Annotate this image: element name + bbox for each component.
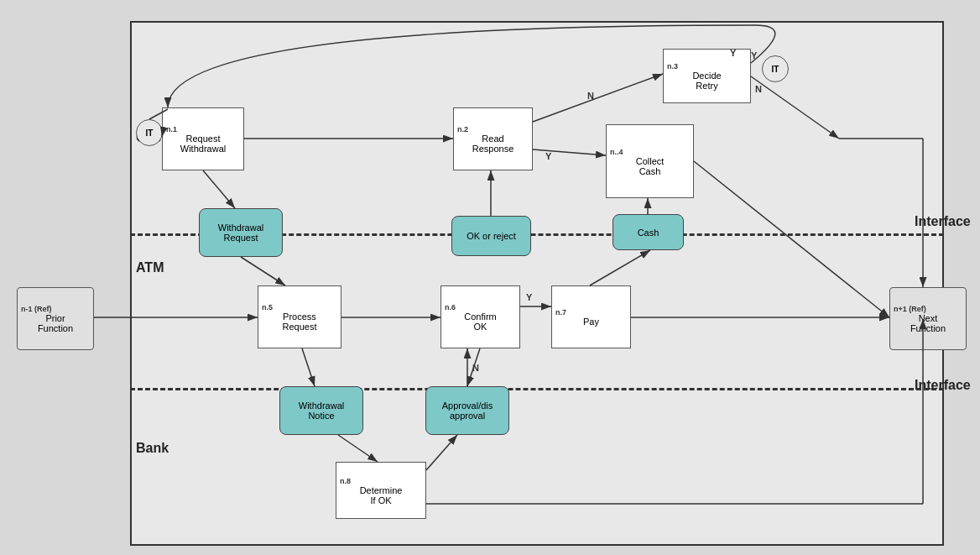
n-minus1-box: n-1 (Ref) PriorFunction — [17, 287, 94, 350]
withdrawal-notice-box: WithdrawalNotice — [279, 386, 363, 435]
it2-circle: IT — [762, 55, 789, 82]
n7-box: n.7 Pay — [551, 285, 631, 348]
approval-box: Approval/disapproval — [425, 386, 509, 435]
n3-box: n.3 DecideRetry — [663, 49, 751, 103]
n1-box: n.1 RequestWithdrawal — [162, 107, 244, 170]
n2-box: n.2 ReadResponse — [453, 107, 533, 170]
n8-box: n.8 DetermineIf OK — [336, 462, 426, 519]
it1-circle: IT — [136, 119, 163, 146]
interface2-line — [130, 388, 944, 390]
diagram-container: Customer Interface ATM Interface Bank IT… — [0, 0, 980, 555]
withdrawal-request-box: WithdrawalRequest — [199, 208, 283, 257]
n5-box: n.5 ProcessRequest — [258, 285, 341, 348]
main-box — [130, 21, 944, 546]
interface1-label: Interface — [915, 214, 971, 229]
cash-box: Cash — [612, 214, 684, 250]
ok-reject-box: OK or reject — [451, 216, 531, 256]
n4-box: n..4 CollectCash — [606, 124, 694, 198]
interface2-label: Interface — [915, 378, 971, 393]
n-plus1-box: n+1 (Ref) NextFunction — [889, 287, 967, 350]
n6-box: n.6 ConfirmOK — [440, 285, 520, 348]
atm-label: ATM — [136, 260, 164, 275]
bank-label: Bank — [136, 441, 169, 456]
